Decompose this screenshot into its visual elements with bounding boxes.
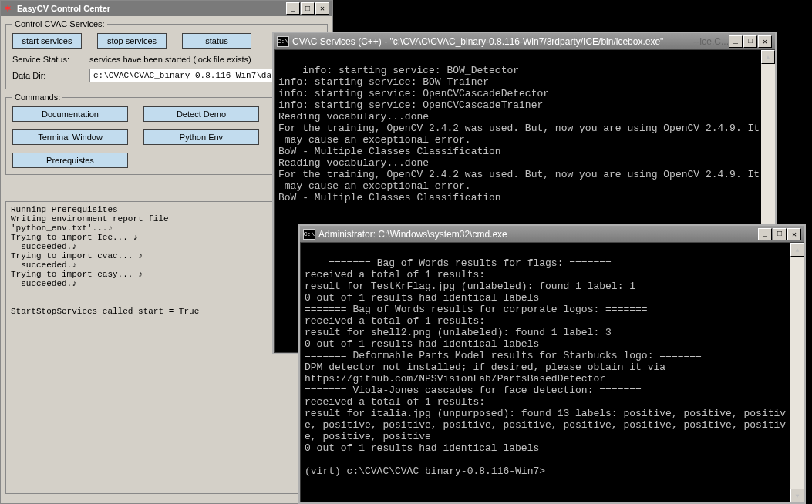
console-icon: C:\ [303, 229, 315, 240]
cmd-console-window: C:\ Administrator: C:\Windows\system32\c… [298, 224, 806, 504]
window-title: EasyCV Control Center [17, 4, 286, 13]
detect-demo-button[interactable]: Detect Demo [143, 106, 259, 122]
easycv-titlebar[interactable]: ✶ EasyCV Control Center _ □ ✕ [1, 1, 332, 16]
cmd-console-text: ======= Bag of Words results for flags: … [305, 257, 786, 477]
scroll-track[interactable] [790, 257, 804, 489]
status-button[interactable]: status [182, 33, 251, 49]
cvac-console-text: info: starting service: BOW_Detector inf… [278, 65, 760, 203]
cmd-console-title: Administrator: C:\Windows\system32\cmd.e… [318, 229, 758, 240]
documentation-button[interactable]: Documentation [12, 106, 128, 122]
service-status-label: Service Status: [12, 55, 89, 64]
services-legend: Control CVAC Services: [12, 19, 107, 29]
close-button[interactable]: ✕ [315, 2, 329, 15]
minimize-button[interactable]: _ [286, 2, 300, 15]
console-icon: C:\ [277, 36, 289, 47]
data-dir-label: Data Dir: [12, 71, 89, 80]
minimize-button[interactable]: _ [758, 228, 772, 240]
maximize-button[interactable]: □ [301, 2, 315, 15]
minimize-button[interactable]: _ [729, 35, 743, 48]
commands-legend: Commands: [12, 92, 62, 102]
cvac-console-title: CVAC Services (C++) - "c:\CVAC\CVAC_bina… [292, 36, 690, 47]
close-button[interactable]: ✕ [787, 228, 801, 240]
prerequisites-button[interactable]: Prerequistes [12, 153, 128, 168]
python-env-button[interactable]: Python Env [143, 129, 259, 145]
cvac-console-title-tail: --Ice.C... [693, 36, 729, 47]
cmd-console-body[interactable]: ======= Bag of Words results for flags: … [300, 243, 804, 502]
service-status-value: services have been started (lock file ex… [89, 55, 251, 64]
tk-icon: ✶ [4, 3, 15, 14]
stop-services-button[interactable]: stop services [97, 33, 167, 49]
scroll-up-icon[interactable]: ▲ [790, 243, 804, 257]
scrollbar[interactable]: ▲ ▼ [790, 243, 804, 502]
maximize-button[interactable]: □ [743, 35, 757, 48]
scroll-down-icon[interactable]: ▼ [790, 489, 804, 502]
terminal-window-button[interactable]: Terminal Window [12, 129, 128, 145]
cmd-console-titlebar[interactable]: C:\ Administrator: C:\Windows\system32\c… [300, 226, 804, 243]
start-services-button[interactable]: start services [12, 33, 82, 49]
maximize-button[interactable]: □ [773, 228, 787, 240]
close-button[interactable]: ✕ [758, 35, 772, 48]
scroll-up-icon[interactable]: ▲ [761, 50, 775, 64]
cvac-console-titlebar[interactable]: C:\ CVAC Services (C++) - "c:\CVAC\CVAC_… [274, 33, 775, 50]
